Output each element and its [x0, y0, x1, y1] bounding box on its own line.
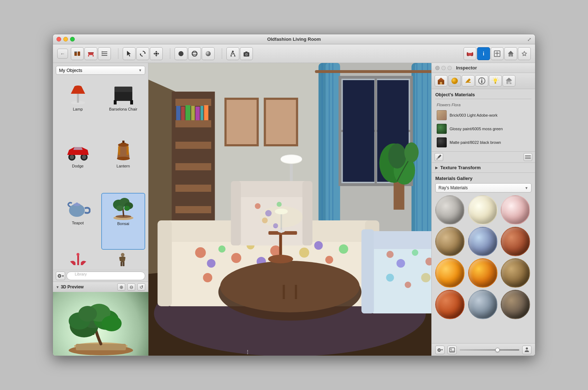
- light-tab-icon: [491, 77, 499, 85]
- room-3d-view[interactable]: ⋮: [148, 63, 431, 356]
- partial-objects-row: [53, 251, 148, 270]
- texture-transform-title: Texture Transform: [440, 165, 481, 170]
- render-textured[interactable]: [202, 47, 215, 60]
- svg-rect-188: [279, 235, 282, 256]
- inspector-person-button[interactable]: [522, 346, 531, 354]
- lamp-icon: [64, 81, 92, 106]
- svg-rect-125: [343, 80, 374, 182]
- svg-point-89: [78, 306, 97, 322]
- sphere-3[interactable]: [501, 195, 530, 225]
- rotate-button[interactable]: ↺: [137, 283, 145, 291]
- svg-rect-179: [236, 181, 308, 197]
- svg-rect-58: [118, 146, 120, 155]
- partial-item-figure[interactable]: [101, 251, 145, 268]
- walk-tool[interactable]: [226, 47, 239, 60]
- object-item-teapot[interactable]: Teapot: [56, 193, 100, 250]
- svg-point-136: [195, 247, 206, 258]
- maximize-button[interactable]: [70, 37, 75, 42]
- gallery-dropdown-area: Ray's Materials ▼: [435, 183, 531, 192]
- sphere-1[interactable]: [435, 195, 465, 225]
- material-item-brick[interactable]: Brick/003 Light Adobe-work: [435, 109, 531, 121]
- object-item-lamp[interactable]: Lamp: [56, 79, 100, 135]
- sphere-11[interactable]: [468, 290, 498, 319]
- inspector-dot-3[interactable]: [447, 66, 452, 70]
- gear-button[interactable]: ⚙ ▾: [56, 272, 65, 280]
- sphere-9[interactable]: [501, 258, 530, 288]
- sphere-4[interactable]: [435, 227, 465, 256]
- svg-rect-224: [510, 81, 511, 83]
- material-item-matte[interactable]: Matte paint/8022 black brown: [435, 136, 531, 148]
- inspector-gear-button[interactable]: ⚙ ▾: [435, 346, 445, 354]
- drag-handle: ⋮: [245, 349, 249, 355]
- collapse-arrow-icon: ▶: [435, 166, 438, 170]
- svg-point-22: [192, 51, 197, 56]
- svg-rect-97: [176, 99, 211, 106]
- object-item-bonsai[interactable]: Bonsai: [101, 193, 145, 250]
- bonsai-icon: [109, 196, 138, 221]
- render-wire[interactable]: [188, 47, 201, 60]
- sphere-12[interactable]: [501, 290, 530, 319]
- objects-button[interactable]: [71, 47, 84, 60]
- svg-point-23: [192, 53, 197, 55]
- layout-btn[interactable]: [491, 47, 504, 60]
- main-window: Oldfashion Living Room ⤢ ←: [53, 34, 535, 356]
- svg-marker-221: [506, 78, 512, 81]
- inspector-dot-2[interactable]: [441, 66, 446, 70]
- left-panel: My Objects ▼ Lamp: [53, 63, 148, 356]
- tab-edit[interactable]: [462, 75, 475, 87]
- tab-house[interactable]: [435, 75, 447, 87]
- eyedropper-button[interactable]: [435, 153, 443, 161]
- preview-header[interactable]: ▼ 3D Preview ⊕ ⊖ ↺: [53, 282, 148, 292]
- settings-btn[interactable]: [518, 47, 531, 60]
- material-item-glossy[interactable]: Glossy paint/6005 moss green: [435, 123, 531, 135]
- render-solid[interactable]: [175, 47, 187, 60]
- inspector-picture-button[interactable]: [447, 346, 457, 354]
- gallery-dropdown[interactable]: Ray's Materials ▼: [435, 183, 531, 192]
- objects-dropdown[interactable]: My Objects ▼: [56, 66, 145, 75]
- sphere-8[interactable]: [468, 258, 498, 288]
- back-button[interactable]: ←: [57, 49, 68, 59]
- minimize-button[interactable]: [63, 37, 68, 42]
- sphere-2[interactable]: [468, 195, 498, 225]
- edit-tab-icon: [464, 77, 472, 85]
- tab-materials[interactable]: [448, 75, 461, 87]
- textured-icon: [205, 50, 212, 57]
- zoom-in-button[interactable]: ⊕: [117, 283, 125, 291]
- svg-rect-59: [127, 146, 129, 155]
- sphere-5[interactable]: [468, 227, 498, 256]
- tab-home[interactable]: [503, 75, 515, 87]
- furniture-icon-btn[interactable]: [464, 47, 476, 60]
- search-input[interactable]: Library: [67, 272, 145, 280]
- menu-lines-button[interactable]: [524, 153, 532, 161]
- furniture-button[interactable]: [84, 47, 97, 60]
- svg-rect-50: [130, 100, 133, 104]
- object-item-dodge[interactable]: Dodge: [56, 136, 100, 191]
- info-btn[interactable]: i: [477, 47, 490, 60]
- expand-icon[interactable]: ⤢: [527, 36, 531, 42]
- inspector-bottom-toolbar: ⚙ ▾: [432, 343, 535, 356]
- sphere-6[interactable]: [501, 227, 530, 256]
- object-item-chair[interactable]: Barselona Chair: [101, 79, 145, 135]
- tab-info[interactable]: [475, 75, 488, 87]
- sphere-7[interactable]: [435, 258, 465, 288]
- photo-tool[interactable]: [240, 47, 253, 60]
- svg-point-171: [220, 261, 360, 312]
- object-item-lantern[interactable]: Lantern: [101, 136, 145, 191]
- slider-thumb[interactable]: [495, 348, 500, 352]
- close-button[interactable]: [57, 37, 61, 42]
- rotate-tool[interactable]: [136, 47, 149, 60]
- partial-item-cactus[interactable]: [56, 251, 101, 268]
- gallery-dropdown-arrow: ▼: [525, 186, 528, 190]
- house-btn[interactable]: [504, 47, 517, 60]
- inspector-dot-1[interactable]: [435, 66, 440, 70]
- zoom-out-button[interactable]: ⊖: [127, 283, 135, 291]
- select-tool[interactable]: [123, 47, 136, 60]
- teapot-icon: [64, 195, 92, 220]
- svg-point-189: [268, 255, 293, 263]
- texture-transform-header[interactable]: ▶ Texture Transform: [435, 165, 531, 170]
- move-tool[interactable]: [150, 47, 163, 60]
- info-icon: i: [483, 51, 484, 57]
- list-button[interactable]: [98, 47, 111, 60]
- tab-light[interactable]: [489, 75, 502, 87]
- sphere-10[interactable]: [435, 290, 465, 319]
